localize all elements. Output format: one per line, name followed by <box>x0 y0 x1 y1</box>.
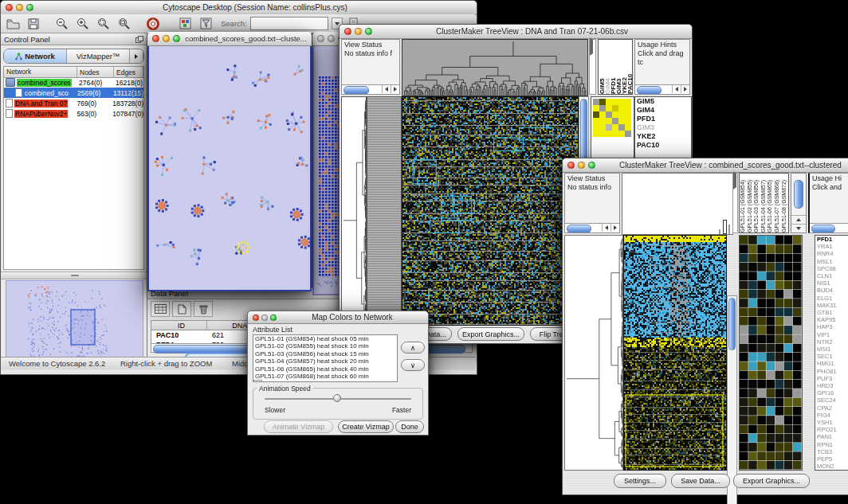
help-lifesaver-icon[interactable] <box>144 17 162 31</box>
gene-list-item[interactable]: HMG1 <box>815 360 848 367</box>
speed-slider-thumb[interactable] <box>333 394 341 402</box>
attribute-list-item[interactable]: GPL51-01 (GSM854) heat shock 05 min <box>253 335 397 342</box>
attribute-list-item[interactable]: GPL51-07 (GSM868) heat shock 60 min <box>253 373 397 380</box>
gene-list-item[interactable]: PAN1 <box>815 433 848 440</box>
gene-list-item[interactable]: VIP1 <box>815 331 848 338</box>
close-icon[interactable] <box>253 315 259 321</box>
network-list-row[interactable]: DNA and Tran 07 769(0) 183728(0) <box>4 98 143 108</box>
gene-list-item[interactable]: BUD4 <box>815 287 848 294</box>
zoom-window-icon[interactable] <box>365 28 372 35</box>
treeview2-zoom-heatmap[interactable] <box>739 235 803 471</box>
gene-list-item[interactable]: TCB3 <box>815 448 848 455</box>
minimize-icon[interactable] <box>163 35 170 42</box>
tab-vizmapper[interactable]: VizMapper™ <box>67 49 130 63</box>
attribute-list-item[interactable]: GPL51-02 (GSM855) heat shock 10 min <box>253 342 397 350</box>
save-data-button[interactable]: Save Data... <box>671 474 730 488</box>
treeview1-titlebar[interactable]: ClusterMaker TreeView : DNA and Tran 07-… <box>340 25 692 39</box>
zoom-window-icon[interactable] <box>588 162 595 169</box>
gene-list-item[interactable]: ELG1 <box>815 295 848 302</box>
column-label[interactable]: GIM4 <box>605 40 610 94</box>
network-list-row[interactable]: combined_sco 2569(6) 13112(15) <box>4 88 143 98</box>
treeview2-titlebar[interactable]: ClusterMaker TreeView : combined_scores_… <box>563 158 848 173</box>
attribute-list-item[interactable]: GPL51-04 (GSM857) heat shock 20 min <box>253 357 397 365</box>
move-down-button[interactable]: ∨ <box>401 359 425 371</box>
gene-list-item[interactable]: CPA2 <box>815 404 848 412</box>
gene-list-item[interactable]: KAP95 <box>815 316 848 323</box>
gene-list-item[interactable]: MON2 <box>815 463 848 470</box>
treeview2-vscrollbar[interactable] <box>727 295 737 504</box>
column-label[interactable]: PFD1 <box>610 40 616 94</box>
create-vizmap-button[interactable]: Create Vizmap <box>338 420 394 433</box>
close-icon[interactable] <box>344 28 351 35</box>
gene-list-item[interactable]: NTR2 <box>815 338 848 346</box>
treeview1-row-labels[interactable] <box>367 96 402 326</box>
delete-attribute-icon[interactable] <box>194 301 213 317</box>
treeview2-heatmap[interactable] <box>623 235 727 471</box>
plugin-apps-icon[interactable] <box>176 17 194 31</box>
gene-list-item[interactable]: PAC10 <box>635 141 691 150</box>
gene-list-item[interactable]: SEC24 <box>815 397 848 404</box>
dialog-titlebar[interactable]: Map Colors to Network <box>248 311 428 324</box>
treeview1-column-strip[interactable] <box>589 39 596 95</box>
column-label[interactable]: GPL51-06 (GSM865) <box>767 174 774 232</box>
column-label[interactable]: GPL51-01 (GSM854) <box>740 174 747 232</box>
gene-list-item[interactable]: PEP5 <box>815 455 848 463</box>
zoom-out-icon[interactable] <box>53 17 71 31</box>
close-icon[interactable] <box>567 162 575 169</box>
view-status-hscrollbar[interactable] <box>342 84 399 94</box>
network1-titlebar[interactable]: combined_scores_good.txt--cluste... <box>147 32 312 46</box>
gene-list-item[interactable]: MSI1 <box>815 346 848 353</box>
attribute-list-item[interactable]: GPL51-06 (GSM865) heat shock 40 min <box>253 365 397 373</box>
usage-hints-hscrollbar[interactable] <box>810 223 848 232</box>
gene-list-item[interactable]: YRA1 <box>815 243 848 250</box>
zoom-window-icon[interactable] <box>173 35 180 42</box>
zoom-window-icon[interactable] <box>270 315 277 321</box>
zoom-fit-icon[interactable] <box>116 17 133 31</box>
network-list-row[interactable]: combined_scores 2764(0) 16218(0) <box>4 77 143 88</box>
gene-list-item[interactable]: HAP3 <box>815 323 848 330</box>
attribute-list-vscrollbar[interactable] <box>253 380 262 382</box>
minimize-icon[interactable] <box>578 162 585 169</box>
gene-list-item[interactable]: GIM5 <box>635 97 691 106</box>
gene-list-item[interactable]: RPN1 <box>815 441 848 448</box>
minimize-icon[interactable] <box>328 35 335 42</box>
gene-list-item[interactable]: RPO21 <box>815 426 848 433</box>
gene-list-item[interactable]: GPI16 <box>815 389 848 397</box>
column-label[interactable]: GPL51-02 (GSM855) <box>747 174 754 232</box>
gene-list-item[interactable]: YSH1 <box>815 419 848 426</box>
view-status-hscrollbar[interactable] <box>565 223 619 232</box>
treeview1-row-dendrogram[interactable] <box>341 96 367 326</box>
close-icon[interactable] <box>6 4 13 11</box>
gene-list-item[interactable]: PHO81 <box>815 368 848 375</box>
column-label[interactable]: YKE2 <box>622 40 627 94</box>
network-table-header[interactable]: Network Nodes Edges <box>4 67 143 77</box>
animate-vizmap-button[interactable]: Animate Vizmap <box>264 420 333 433</box>
column-label[interactable]: GIM5 <box>599 40 605 94</box>
export-graphics-button[interactable]: Export Graphics... <box>733 474 810 488</box>
column-label[interactable]: GPL51-07 (GSM868) <box>774 174 781 232</box>
gene-list-item[interactable]: HRD3 <box>815 382 848 389</box>
minimize-icon[interactable] <box>355 28 362 35</box>
treeview2-column-strip[interactable] <box>732 173 738 233</box>
new-attribute-icon[interactable] <box>172 301 191 317</box>
tab-overflow-icon[interactable] <box>130 49 143 63</box>
gene-list-item[interactable]: MSL1 <box>815 258 848 265</box>
gene-list-item[interactable]: MAK31 <box>815 302 848 309</box>
gene-list-item[interactable]: GIM4 <box>635 106 691 115</box>
main-window-titlebar[interactable]: Cytoscape Desktop (Session Name: collins… <box>1 1 477 15</box>
network-list-row[interactable]: RNAPuberNov2+ 563(0) 107847(0) <box>4 108 143 119</box>
column-label[interactable]: PAC10 <box>627 40 633 94</box>
move-up-button[interactable]: ∧ <box>401 342 425 354</box>
close-icon[interactable] <box>152 35 159 42</box>
treeview2-row-dendrogram[interactable] <box>564 235 623 471</box>
treeview2-column-dendrogram[interactable] <box>622 173 733 235</box>
settings-button[interactable]: Settings... <box>614 474 666 488</box>
gene-list-item[interactable]: SEC1 <box>815 353 848 360</box>
gene-list-item[interactable]: GIM3 <box>635 123 691 132</box>
zoom-selected-icon[interactable] <box>95 17 112 31</box>
gene-list-item[interactable]: PUF3 <box>815 375 848 382</box>
gene-list-item[interactable]: RNR4 <box>815 250 848 257</box>
tab-network[interactable]: Network <box>4 49 67 63</box>
filter-funnel-icon[interactable] <box>197 17 214 31</box>
export-graphics-button[interactable]: Export Graphics... <box>457 327 524 341</box>
